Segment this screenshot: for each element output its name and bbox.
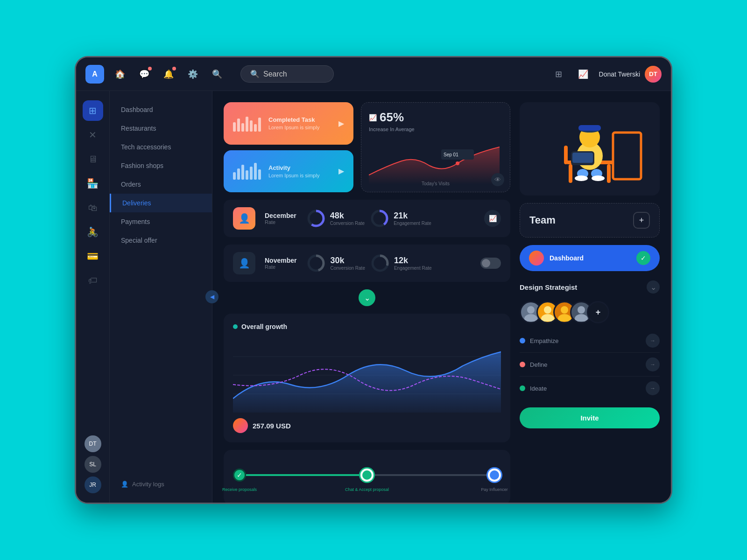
empathize-left: Empathize — [520, 337, 558, 344]
design-strategist-header: Design Strategist ⌄ — [520, 279, 660, 295]
add-member-btn[interactable]: + — [587, 301, 609, 323]
sidebar-item-payments-label: Payments — [121, 218, 150, 225]
sidebar-collapse-btn[interactable]: ◀ — [205, 290, 218, 303]
user-info: Donat Twerski DT — [599, 66, 662, 83]
activity-card[interactable]: Activity Lorem Ipsum is simply ▶ — [224, 150, 353, 193]
sidebar-item-payments[interactable]: Payments — [110, 212, 212, 231]
sidebar-item-special[interactable]: Special offer — [110, 231, 212, 250]
svg-point-33 — [561, 306, 568, 314]
sidebar-icon-dashboard[interactable]: ⊞ — [83, 100, 103, 121]
nov-conversion-info: 30k Conversion Rate — [330, 256, 365, 271]
november-month: November — [265, 257, 296, 264]
dot-teal — [233, 324, 238, 329]
hero-card — [520, 102, 660, 196]
chat-icon[interactable]: 💬 — [136, 66, 153, 83]
bell-icon[interactable]: 🔔 — [160, 66, 177, 83]
activity-arrow: ▶ — [338, 167, 344, 175]
team-add-btn[interactable]: + — [633, 212, 650, 229]
invite-button[interactable]: Invite — [520, 407, 660, 428]
expand-btn[interactable]: ⌄ — [359, 289, 375, 306]
progress-line-2 — [374, 474, 488, 476]
growth-chart-svg — [233, 338, 501, 413]
design-strategist-label: Design Strategist — [520, 283, 577, 291]
sidebar-icon-bag[interactable]: 🛍 — [83, 197, 103, 218]
hero-svg — [529, 105, 650, 193]
sidebar-avatar-3[interactable]: JR — [85, 476, 101, 493]
eye-icon[interactable]: 👁 — [491, 173, 504, 186]
tablet-frame: A 🏠 💬 🔔 ⚙️ 🔍 🔍 Search ⊞ 📈 Donat Twerski … — [75, 56, 672, 504]
bar1 — [233, 122, 236, 132]
november-toggle[interactable] — [480, 258, 501, 269]
chart-icon[interactable]: 📈 — [575, 66, 592, 83]
ideate-label: Ideate — [530, 385, 547, 392]
toggle-thumb — [482, 259, 490, 267]
sidebar-item-tech[interactable]: Tech accessories — [110, 138, 212, 156]
step-1-label: Receive proposals — [222, 487, 257, 492]
user-avatar[interactable]: DT — [645, 66, 662, 83]
sidebar-icon-offer[interactable]: 🏷 — [83, 270, 103, 291]
sidebar-item-deliveries-label: Deliveries — [122, 199, 151, 207]
svg-rect-18 — [613, 133, 641, 179]
bar5 — [250, 120, 253, 132]
engagement-value: 21k — [394, 211, 431, 221]
dashboard-item[interactable]: Dashboard ✓ — [520, 245, 660, 271]
logo-button[interactable]: A — [85, 65, 104, 84]
sidebar-item-deliveries[interactable]: Deliveries — [110, 194, 212, 212]
grid-icon[interactable]: ⊞ — [550, 66, 567, 83]
activity-logs-label: Activity logs — [132, 481, 164, 488]
sidebar-item-fashion[interactable]: Fashion shops — [110, 156, 212, 175]
usd-avatar — [233, 418, 248, 433]
ideate-dot — [520, 385, 525, 391]
empathize-btn[interactable]: → — [646, 334, 660, 348]
define-btn[interactable]: → — [646, 357, 660, 371]
sidebar-avatar-1[interactable]: DT — [85, 435, 101, 452]
overall-growth-section: Overall growth — [224, 314, 510, 442]
step-2-label: Chat & Accept proposal — [345, 487, 389, 492]
bar6 — [254, 124, 257, 132]
november-icon: 👤 — [233, 252, 255, 274]
user-name: Donat Twerski — [599, 70, 640, 78]
sidebar-item-dashboard[interactable]: Dashboard — [110, 100, 212, 119]
dashboard-check: ✓ — [636, 251, 650, 265]
svg-point-29 — [527, 306, 535, 314]
ideate-btn[interactable]: → — [646, 381, 660, 395]
sidebar-avatar-2[interactable]: SL — [85, 456, 101, 473]
sidebar-icon-shop[interactable]: 🏪 — [83, 173, 103, 194]
completed-task-label: Completed Task — [268, 116, 331, 123]
team-card: Team + — [520, 203, 660, 238]
svg-point-25 — [575, 175, 588, 181]
dashboard-avatar — [529, 251, 544, 266]
completed-task-arrow: ▶ — [338, 119, 344, 128]
step-3-circle — [488, 469, 501, 482]
sidebar-item-orders[interactable]: Orders — [110, 175, 212, 194]
growth-chart-area — [233, 338, 501, 413]
svg-point-0 — [456, 161, 459, 165]
search-icon-inner: 🔍 — [250, 70, 260, 78]
nov-conversion-ring — [306, 253, 326, 273]
sidebar-item-restaurants[interactable]: Restaurants — [110, 119, 212, 138]
design-expand-icon[interactable]: ⌄ — [647, 280, 660, 294]
sidebar-icon-restaurants[interactable]: ✕ — [83, 125, 103, 145]
growth-percent: 65% — [380, 110, 404, 125]
search-icon[interactable]: 🔍 — [209, 66, 226, 83]
activity-logs-icon: 👤 — [121, 481, 128, 488]
main-layout: ⊞ ✕ 🖥 🏪 🛍 🚴 💳 🏷 DT SL JR Dashboard Resta… — [76, 91, 671, 503]
search-bar[interactable]: 🔍 Search — [240, 65, 334, 83]
top-nav: A 🏠 💬 🔔 ⚙️ 🔍 🔍 Search ⊞ 📈 Donat Twerski … — [76, 57, 671, 91]
december-action-btn[interactable]: 📈 — [484, 210, 501, 227]
sidebar-icon-monitor[interactable]: 🖥 — [83, 149, 103, 169]
november-rate-row: 👤 November Rate 30k — [224, 245, 510, 282]
svg-point-31 — [544, 306, 551, 314]
svg-point-35 — [578, 306, 585, 314]
completed-task-card[interactable]: Completed Task Lorem Ipsum is simply ▶ — [224, 102, 353, 145]
sidebar-icon-delivery[interactable]: 🚴 — [83, 222, 103, 242]
conversion-info: 48k Conversion Rate — [330, 211, 365, 226]
home-icon[interactable]: 🏠 — [112, 66, 128, 83]
nov-engagement-label: Engagement Rate — [394, 266, 432, 271]
nov-conversion-metric: 30k Conversion Rate — [306, 253, 365, 273]
svg-text:Sep 01: Sep 01 — [444, 152, 458, 157]
sidebar-icon-payments[interactable]: 💳 — [83, 246, 103, 266]
settings-icon[interactable]: ⚙️ — [184, 66, 201, 83]
growth-mini-chart: Sep 01 — [369, 138, 500, 184]
step-1: ✓ Receive proposals — [233, 469, 246, 482]
